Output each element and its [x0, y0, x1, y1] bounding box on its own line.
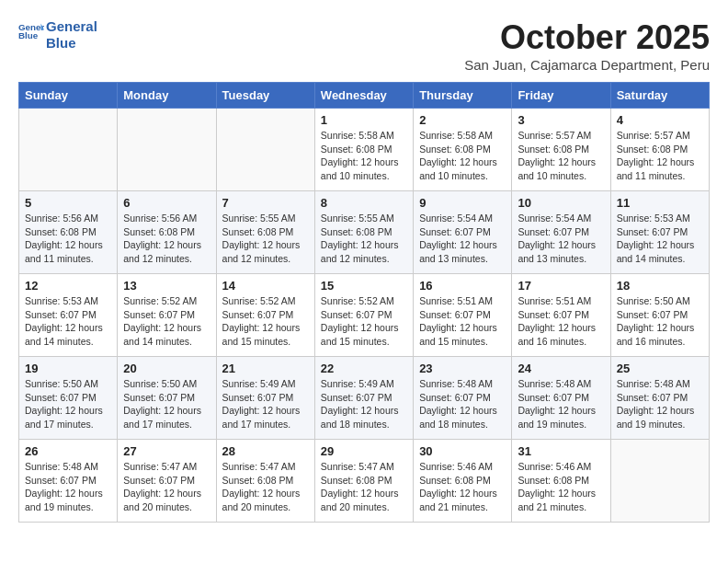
calendar-week-row: 5Sunrise: 5:56 AM Sunset: 6:08 PM Daylig… — [19, 191, 710, 274]
cell-details: Sunrise: 5:57 AM Sunset: 6:08 PM Dayligh… — [518, 129, 604, 183]
cell-details: Sunrise: 5:52 AM Sunset: 6:07 PM Dayligh… — [123, 294, 210, 349]
calendar-week-row: 26Sunrise: 5:48 AM Sunset: 6:07 PM Dayli… — [19, 440, 710, 523]
day-number: 11 — [617, 196, 703, 210]
calendar-cell: 6Sunrise: 5:56 AM Sunset: 6:08 PM Daylig… — [118, 191, 216, 274]
calendar-cell: 8Sunrise: 5:55 AM Sunset: 6:08 PM Daylig… — [314, 191, 413, 274]
cell-details: Sunrise: 5:47 AM Sunset: 6:08 PM Dayligh… — [321, 460, 407, 514]
day-number: 27 — [123, 444, 210, 458]
day-number: 10 — [518, 196, 604, 210]
day-number: 23 — [419, 362, 506, 375]
cell-details: Sunrise: 5:47 AM Sunset: 6:07 PM Dayligh… — [123, 460, 210, 514]
calendar-cell: 15Sunrise: 5:52 AM Sunset: 6:07 PM Dayli… — [314, 274, 413, 357]
cell-details: Sunrise: 5:57 AM Sunset: 6:08 PM Dayligh… — [617, 129, 703, 183]
page-container: General Blue General Blue October 2025 S… — [18, 18, 710, 523]
calendar-cell: 22Sunrise: 5:49 AM Sunset: 6:07 PM Dayli… — [314, 357, 413, 440]
cell-details: Sunrise: 5:54 AM Sunset: 6:07 PM Dayligh… — [518, 212, 604, 266]
calendar-cell: 4Sunrise: 5:57 AM Sunset: 6:08 PM Daylig… — [610, 109, 709, 191]
cell-details: Sunrise: 5:50 AM Sunset: 6:07 PM Dayligh… — [617, 294, 703, 349]
top-area: General Blue General Blue October 2025 S… — [18, 18, 710, 73]
day-number: 16 — [419, 279, 506, 293]
title-area: October 2025 San Juan, Cajamarca Departm… — [464, 18, 710, 73]
location-title: San Juan, Cajamarca Department, Peru — [464, 57, 710, 73]
day-number: 24 — [518, 362, 604, 375]
cell-details: Sunrise: 5:50 AM Sunset: 6:07 PM Dayligh… — [123, 377, 210, 431]
day-number: 29 — [321, 444, 407, 458]
day-number: 17 — [518, 279, 604, 293]
day-number: 26 — [25, 444, 111, 458]
calendar-cell: 23Sunrise: 5:48 AM Sunset: 6:07 PM Dayli… — [414, 357, 512, 440]
cell-details: Sunrise: 5:48 AM Sunset: 6:07 PM Dayligh… — [617, 377, 703, 431]
calendar-cell — [216, 109, 314, 191]
header-day-friday: Friday — [512, 83, 610, 109]
day-number: 28 — [222, 444, 309, 458]
cell-details: Sunrise: 5:52 AM Sunset: 6:07 PM Dayligh… — [222, 294, 309, 349]
day-number: 9 — [419, 196, 506, 210]
cell-details: Sunrise: 5:46 AM Sunset: 6:08 PM Dayligh… — [419, 460, 506, 514]
calendar-cell: 9Sunrise: 5:54 AM Sunset: 6:07 PM Daylig… — [414, 191, 512, 274]
cell-details: Sunrise: 5:55 AM Sunset: 6:08 PM Dayligh… — [321, 212, 407, 266]
day-number: 18 — [617, 279, 703, 293]
calendar-cell — [118, 109, 216, 191]
day-number: 8 — [321, 196, 407, 210]
header-day-tuesday: Tuesday — [216, 83, 314, 109]
cell-details: Sunrise: 5:51 AM Sunset: 6:07 PM Dayligh… — [419, 294, 506, 349]
day-number: 30 — [419, 444, 506, 458]
day-number: 3 — [518, 113, 604, 127]
calendar-cell: 26Sunrise: 5:48 AM Sunset: 6:07 PM Dayli… — [19, 440, 118, 523]
logo-line1: General — [46, 18, 97, 35]
cell-details: Sunrise: 5:49 AM Sunset: 6:07 PM Dayligh… — [222, 377, 309, 431]
month-title: October 2025 — [464, 18, 710, 57]
header-day-sunday: Sunday — [19, 83, 118, 109]
day-number: 15 — [321, 279, 407, 293]
calendar-cell: 14Sunrise: 5:52 AM Sunset: 6:07 PM Dayli… — [216, 274, 314, 357]
calendar-week-row: 1Sunrise: 5:58 AM Sunset: 6:08 PM Daylig… — [19, 109, 710, 191]
cell-details: Sunrise: 5:46 AM Sunset: 6:08 PM Dayligh… — [518, 460, 604, 514]
calendar-cell: 3Sunrise: 5:57 AM Sunset: 6:08 PM Daylig… — [512, 109, 610, 191]
cell-details: Sunrise: 5:53 AM Sunset: 6:07 PM Dayligh… — [25, 294, 111, 349]
calendar-cell: 31Sunrise: 5:46 AM Sunset: 6:08 PM Dayli… — [512, 440, 610, 523]
day-number: 5 — [25, 196, 111, 210]
calendar-cell: 12Sunrise: 5:53 AM Sunset: 6:07 PM Dayli… — [19, 274, 118, 357]
calendar-cell — [19, 109, 118, 191]
calendar-cell: 13Sunrise: 5:52 AM Sunset: 6:07 PM Dayli… — [118, 274, 216, 357]
day-number: 7 — [222, 196, 309, 210]
cell-details: Sunrise: 5:48 AM Sunset: 6:07 PM Dayligh… — [518, 377, 604, 431]
cell-details: Sunrise: 5:56 AM Sunset: 6:08 PM Dayligh… — [123, 212, 210, 266]
calendar-cell: 29Sunrise: 5:47 AM Sunset: 6:08 PM Dayli… — [314, 440, 413, 523]
calendar-cell: 20Sunrise: 5:50 AM Sunset: 6:07 PM Dayli… — [118, 357, 216, 440]
calendar-week-row: 12Sunrise: 5:53 AM Sunset: 6:07 PM Dayli… — [19, 274, 710, 357]
cell-details: Sunrise: 5:51 AM Sunset: 6:07 PM Dayligh… — [518, 294, 604, 349]
header-day-thursday: Thursday — [414, 83, 512, 109]
day-number: 6 — [123, 196, 210, 210]
calendar-cell — [610, 440, 709, 523]
logo: General Blue General Blue — [18, 18, 97, 52]
cell-details: Sunrise: 5:50 AM Sunset: 6:07 PM Dayligh… — [25, 377, 111, 431]
cell-details: Sunrise: 5:53 AM Sunset: 6:07 PM Dayligh… — [617, 212, 703, 266]
calendar-cell: 11Sunrise: 5:53 AM Sunset: 6:07 PM Dayli… — [610, 191, 709, 274]
cell-details: Sunrise: 5:47 AM Sunset: 6:08 PM Dayligh… — [222, 460, 309, 514]
cell-details: Sunrise: 5:58 AM Sunset: 6:08 PM Dayligh… — [419, 129, 506, 183]
logo-line2: Blue — [46, 35, 97, 52]
calendar-cell: 30Sunrise: 5:46 AM Sunset: 6:08 PM Dayli… — [414, 440, 512, 523]
header-day-wednesday: Wednesday — [314, 83, 413, 109]
cell-details: Sunrise: 5:48 AM Sunset: 6:07 PM Dayligh… — [25, 460, 111, 514]
calendar-cell: 18Sunrise: 5:50 AM Sunset: 6:07 PM Dayli… — [610, 274, 709, 357]
calendar-week-row: 19Sunrise: 5:50 AM Sunset: 6:07 PM Dayli… — [19, 357, 710, 440]
logo-icon: General Blue — [18, 18, 44, 44]
day-number: 14 — [222, 279, 309, 293]
day-number: 25 — [617, 362, 703, 375]
calendar-cell: 10Sunrise: 5:54 AM Sunset: 6:07 PM Dayli… — [512, 191, 610, 274]
calendar-cell: 5Sunrise: 5:56 AM Sunset: 6:08 PM Daylig… — [19, 191, 118, 274]
calendar-cell: 21Sunrise: 5:49 AM Sunset: 6:07 PM Dayli… — [216, 357, 314, 440]
cell-details: Sunrise: 5:54 AM Sunset: 6:07 PM Dayligh… — [419, 212, 506, 266]
calendar-cell: 2Sunrise: 5:58 AM Sunset: 6:08 PM Daylig… — [414, 109, 512, 191]
calendar-cell: 16Sunrise: 5:51 AM Sunset: 6:07 PM Dayli… — [414, 274, 512, 357]
calendar-cell: 17Sunrise: 5:51 AM Sunset: 6:07 PM Dayli… — [512, 274, 610, 357]
day-number: 1 — [321, 113, 407, 127]
calendar-cell: 27Sunrise: 5:47 AM Sunset: 6:07 PM Dayli… — [118, 440, 216, 523]
day-number: 12 — [25, 279, 111, 293]
cell-details: Sunrise: 5:56 AM Sunset: 6:08 PM Dayligh… — [25, 212, 111, 266]
day-number: 19 — [25, 362, 111, 375]
calendar-cell: 28Sunrise: 5:47 AM Sunset: 6:08 PM Dayli… — [216, 440, 314, 523]
day-number: 21 — [222, 362, 309, 375]
